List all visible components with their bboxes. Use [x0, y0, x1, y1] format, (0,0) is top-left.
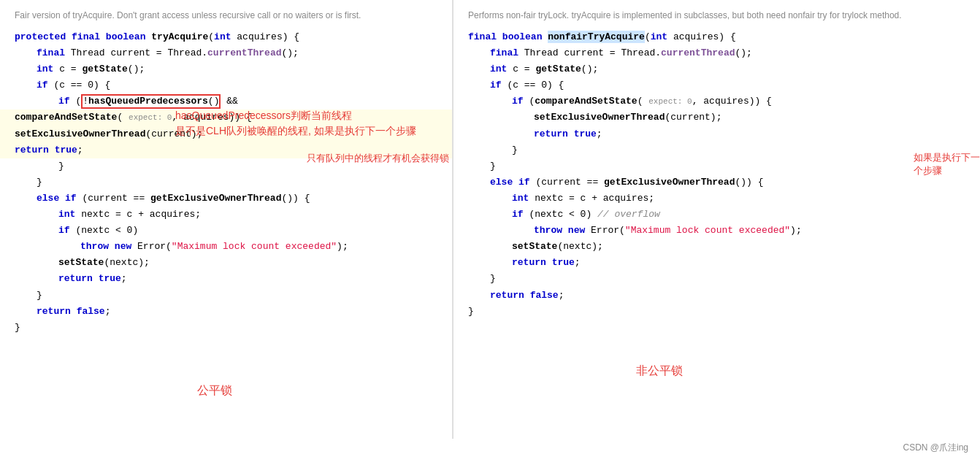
footer-label: CSDN @爪洼ing: [903, 442, 968, 453]
right-panel: Performs non-fair tryLock. tryAcquire is…: [453, 0, 980, 439]
left-panel: Fair version of tryAcquire. Don't grant …: [0, 0, 453, 439]
annotation-has-queued: hasQueuedPredecessors判断当前线程 是不是CLH队列被唤醒的…: [175, 108, 438, 139]
annotation-fair-lock: 公平锁: [197, 383, 232, 399]
left-comment: Fair version of tryAcquire. Don't grant …: [15, 9, 437, 22]
right-code: final boolean nonfairTryAcquire(int acqu…: [468, 29, 965, 320]
annotation-step: 如果是执行下一个步骤: [914, 151, 980, 177]
annotation-nonfair-lock: 非公平锁: [636, 364, 683, 379]
right-comment: Performs non-fair tryLock. tryAcquire is…: [468, 9, 965, 22]
footer: CSDN @爪洼ing: [0, 439, 980, 457]
annotation-queue-lock: 只有队列中的线程才有机会获得锁: [307, 152, 449, 165]
left-code: protected final boolean tryAcquire(int a…: [15, 29, 437, 336]
